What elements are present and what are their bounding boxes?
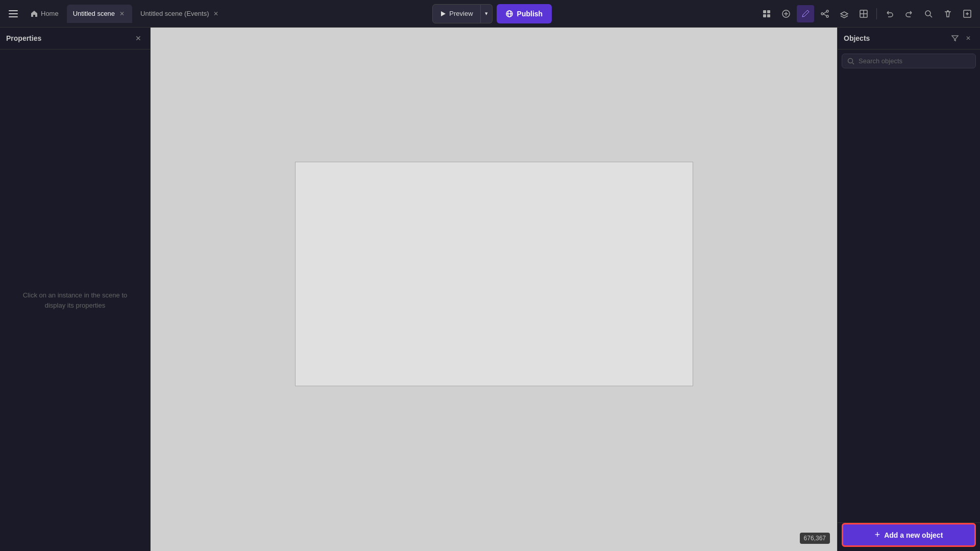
objects-panel-title: Objects [844, 34, 870, 42]
objects-panel-header: Objects ✕ [838, 28, 980, 49]
export-icon[interactable] [959, 5, 976, 22]
objects-list [838, 72, 980, 522]
properties-panel-title: Properties [6, 34, 41, 42]
menu-button[interactable] [4, 5, 22, 23]
divider-1 [876, 8, 877, 19]
svg-point-22 [848, 58, 853, 63]
tab-untitled-scene-close[interactable]: ✕ [118, 10, 126, 18]
svg-rect-0 [9, 10, 18, 11]
edit-mode-icon[interactable] [797, 5, 814, 22]
search-bar [842, 54, 976, 68]
objects-panel-close[interactable]: ✕ [963, 33, 974, 44]
search-icon [847, 58, 854, 65]
dropdown-arrow-icon: ▾ [485, 10, 488, 17]
nodes-icon[interactable] [816, 5, 834, 22]
objects-panel: Objects ✕ + Add a new object [837, 28, 980, 551]
svg-rect-9 [767, 14, 770, 17]
svg-rect-2 [9, 16, 18, 17]
scene-canvas [295, 162, 693, 386]
play-icon [440, 11, 446, 17]
top-bar-center: Preview ▾ Publish [228, 4, 756, 23]
trash-icon[interactable] [939, 5, 957, 22]
tab-untitled-scene[interactable]: Untitled scene ✕ [67, 5, 132, 23]
main-content: Properties ✕ Click on an instance in the… [0, 28, 980, 551]
redo-icon[interactable] [900, 5, 918, 22]
preview-dropdown[interactable]: ▾ [481, 4, 493, 23]
resource-icon[interactable] [777, 5, 795, 22]
svg-line-23 [852, 63, 854, 64]
top-bar-right [758, 5, 976, 22]
add-object-button[interactable]: + Add a new object [842, 523, 976, 547]
publish-label: Publish [517, 10, 543, 18]
search-input[interactable] [859, 57, 970, 65]
preview-button[interactable]: Preview [432, 4, 480, 23]
filter-icon[interactable] [949, 33, 961, 44]
tab-untitled-scene-events-close[interactable]: ✕ [212, 10, 220, 18]
svg-rect-1 [9, 13, 18, 14]
tab-home[interactable]: Home [24, 5, 65, 23]
publish-button[interactable]: Publish [497, 4, 552, 23]
globe-icon [506, 10, 513, 17]
canvas-coords: 676,367 [800, 533, 830, 544]
svg-rect-8 [763, 14, 766, 17]
grid-icon[interactable] [855, 5, 872, 22]
add-icon: + [875, 530, 880, 540]
home-icon [31, 10, 38, 17]
properties-panel-header: Properties ✕ [0, 28, 150, 49]
layers-icon[interactable] [836, 5, 853, 22]
objects-panel-actions: ✕ [949, 33, 974, 44]
undo-icon[interactable] [881, 5, 898, 22]
tab-untitled-scene-events[interactable]: Untitled scene (Events) ✕ [134, 5, 226, 23]
properties-panel-close[interactable]: ✕ [133, 33, 144, 44]
preview-label: Preview [449, 10, 473, 17]
object-editor-icon[interactable] [758, 5, 775, 22]
canvas-area[interactable]: 676,367 [151, 28, 837, 551]
properties-panel: Properties ✕ Click on an instance in the… [0, 28, 151, 551]
zoom-icon[interactable] [920, 5, 937, 22]
svg-line-15 [823, 14, 826, 16]
tab-home-label: Home [41, 10, 59, 17]
svg-line-14 [823, 12, 826, 14]
svg-point-19 [925, 11, 930, 16]
svg-line-20 [930, 15, 932, 17]
svg-rect-6 [763, 10, 766, 13]
objects-panel-footer: + Add a new object [838, 522, 980, 551]
properties-panel-body: Click on an instance in the scene todisp… [0, 49, 150, 551]
top-bar: Home Untitled scene ✕ Untitled scene (Ev… [0, 0, 980, 28]
svg-point-11 [821, 13, 823, 15]
properties-panel-hint: Click on an instance in the scene todisp… [23, 290, 128, 310]
tab-untitled-scene-events-label: Untitled scene (Events) [140, 10, 209, 17]
tab-untitled-scene-label: Untitled scene [73, 10, 115, 17]
svg-rect-7 [767, 10, 770, 13]
svg-point-12 [826, 10, 828, 12]
add-object-label: Add a new object [884, 531, 943, 539]
svg-point-13 [826, 15, 828, 17]
